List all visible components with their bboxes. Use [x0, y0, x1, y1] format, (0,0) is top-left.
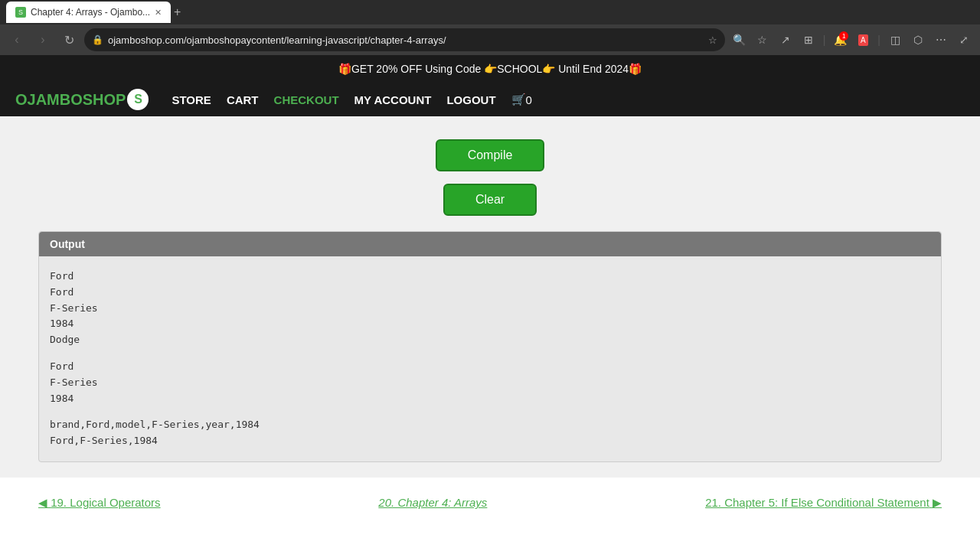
nav-logout[interactable]: LOGOUT — [446, 93, 495, 106]
output-header: Output — [39, 232, 941, 256]
extension-icon[interactable]: A — [853, 30, 873, 50]
separator: | — [823, 34, 826, 46]
fullscreen-icon[interactable]: ⤢ — [954, 30, 974, 50]
output-box: Output FordFordF-Series1984DodgeFordF-Se… — [38, 231, 942, 462]
rss-icon[interactable]: ⊞ — [799, 30, 818, 50]
sidebar-icon[interactable]: ◫ — [885, 30, 905, 50]
output-line: F-Series — [50, 375, 930, 391]
screenshot-icon[interactable]: ⬡ — [908, 30, 928, 50]
reload-button[interactable]: ↻ — [58, 29, 80, 51]
address-bar-wrapper: 🔒 ☆ — [84, 28, 725, 51]
bookmark-bar-icon[interactable]: ☆ — [753, 30, 773, 50]
compile-button[interactable]: Compile — [436, 139, 545, 171]
tab-favicon: S — [15, 7, 26, 18]
nav-checkout[interactable]: CHECKOUT — [274, 93, 339, 106]
footer-nav: 19. Logical Operators 20. Chapter 4: Arr… — [0, 478, 980, 528]
settings-icon[interactable]: ⋯ — [931, 30, 951, 50]
output-line: Dodge — [50, 332, 930, 348]
clear-button[interactable]: Clear — [443, 184, 537, 216]
button-area: Compile Clear — [38, 132, 942, 231]
main-content: Compile Clear Output FordFordF-Series198… — [0, 116, 980, 478]
cart-count: 0 — [526, 93, 532, 106]
output-line: F-Series — [50, 301, 930, 317]
logo-text: OJAMBOSHOP — [15, 91, 126, 109]
cart-icon-wrap[interactable]: 🛒 0 — [511, 93, 532, 106]
nav-my-account[interactable]: MY ACCOUNT — [354, 93, 432, 106]
next-chapter-link[interactable]: 21. Chapter 5: If Else Conditional State… — [705, 496, 942, 510]
zoom-icon[interactable]: 🔍 — [730, 30, 750, 50]
forward-button[interactable]: › — [32, 29, 54, 51]
output-line: Ford,F-Series,1984 — [50, 433, 930, 449]
prev-chapter-link[interactable]: 19. Logical Operators — [38, 496, 161, 510]
browser-chrome: S Chapter 4: Arrays - Ojambo... ✕ + ‹ › … — [0, 0, 980, 55]
output-blank-line — [50, 406, 930, 417]
site-wrapper: 🎁GET 20% OFF Using Code 👉SCHOOL👉 Until E… — [0, 55, 980, 528]
output-line: Ford — [50, 269, 930, 285]
nav-store[interactable]: STORE — [172, 93, 211, 106]
output-line: 1984 — [50, 316, 930, 332]
separator2: | — [877, 34, 880, 46]
tab-bar: S Chapter 4: Arrays - Ojambo... ✕ + — [0, 0, 980, 24]
output-line: Ford — [50, 285, 930, 301]
output-content: FordFordF-Series1984DodgeFordF-Series198… — [39, 256, 941, 461]
site-logo[interactable]: OJAMBOSHOP S — [15, 89, 149, 110]
notification-icon[interactable]: 🔔 1 — [830, 30, 850, 50]
address-input[interactable] — [108, 34, 704, 46]
output-blank-line — [50, 348, 930, 359]
bookmark-icon[interactable]: ☆ — [708, 34, 717, 46]
nav-links: STORE CART CHECKOUT MY ACCOUNT LOGOUT — [172, 93, 495, 106]
output-line: brand,Ford,model,F-Series,year,1984 — [50, 417, 930, 433]
share-icon[interactable]: ↗ — [776, 30, 795, 50]
notification-badge: 1 — [839, 31, 848, 41]
tab-title: Chapter 4: Arrays - Ojambo... — [31, 7, 150, 18]
browser-right-icons: 🔍 ☆ ↗ ⊞ | 🔔 1 A | ◫ ⬡ ⋯ ⤢ — [730, 30, 974, 50]
current-chapter-link[interactable]: 20. Chapter 4: Arrays — [378, 496, 487, 509]
output-line: Ford — [50, 359, 930, 375]
tab-close-button[interactable]: ✕ — [155, 8, 162, 18]
cart-icon: 🛒 — [511, 93, 526, 106]
main-nav: OJAMBOSHOP S STORE CART CHECKOUT MY ACCO… — [0, 83, 980, 116]
logo-icon: S — [127, 89, 149, 110]
nav-cart[interactable]: CART — [227, 93, 259, 106]
new-tab-button[interactable]: + — [174, 5, 181, 19]
active-tab[interactable]: S Chapter 4: Arrays - Ojambo... ✕ — [6, 2, 171, 23]
output-line: 1984 — [50, 391, 930, 407]
lock-icon: 🔒 — [92, 34, 103, 45]
back-button[interactable]: ‹ — [6, 29, 28, 51]
promo-banner: 🎁GET 20% OFF Using Code 👉SCHOOL👉 Until E… — [0, 55, 980, 83]
promo-text: 🎁GET 20% OFF Using Code 👉SCHOOL👉 Until E… — [338, 63, 642, 75]
browser-controls: ‹ › ↻ 🔒 ☆ 🔍 ☆ ↗ ⊞ | 🔔 1 A | ◫ ⬡ ⋯ ⤢ — [0, 24, 980, 55]
